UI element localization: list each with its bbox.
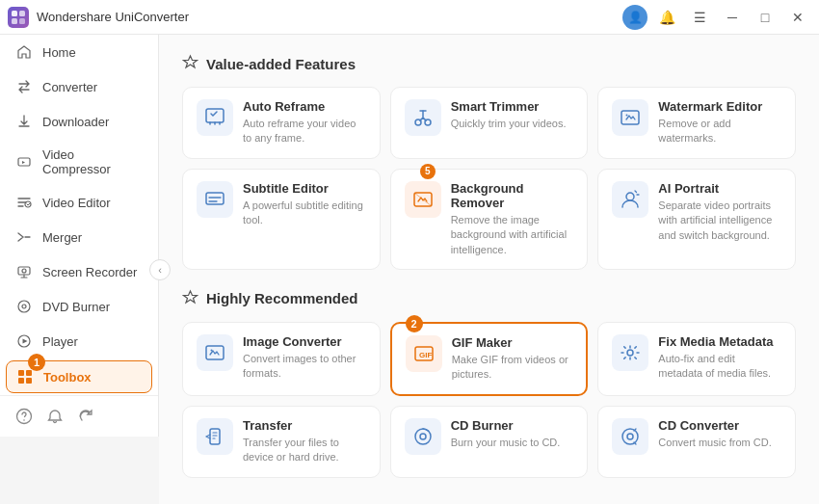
player-icon: [15, 332, 33, 350]
bell-icon[interactable]: [42, 404, 67, 429]
main-content: Value-added Features Auto Reframe Auto r…: [159, 35, 819, 504]
svg-rect-0: [12, 11, 17, 16]
svg-point-21: [626, 115, 628, 117]
value-added-grid: Auto Reframe Auto reframe your video to …: [182, 87, 796, 270]
svg-point-7: [22, 269, 26, 273]
titlebar: Wondershare UniConverter 👤 🔔 ☰ ─ □ ✕: [0, 0, 819, 35]
subtitle-editor-card[interactable]: Subtitle Editor A powerful subtitle edit…: [182, 169, 381, 270]
dvd-burner-icon: [15, 298, 33, 315]
sidebar-label-converter: Converter: [42, 80, 97, 94]
sidebar-label-player: Player: [42, 334, 78, 349]
help-icon[interactable]: [12, 404, 37, 429]
highly-recommended-section: Highly Recommended Image Converter Conve…: [182, 289, 796, 478]
sidebar-item-converter[interactable]: Converter: [0, 69, 158, 104]
close-button[interactable]: ✕: [784, 4, 811, 31]
toolbox-icon: [16, 368, 34, 385]
fix-media-metadata-card[interactable]: Fix Media Metadata Auto-fix and edit met…: [597, 322, 796, 396]
sidebar-item-downloader[interactable]: Downloader: [0, 104, 158, 139]
svg-point-35: [627, 434, 633, 439]
gif-maker-text: GIF Maker Make GIF from videos or pictur…: [452, 335, 573, 383]
titlebar-left: Wondershare UniConverter: [8, 7, 189, 28]
video-compressor-icon: [15, 153, 33, 171]
minimize-button[interactable]: ─: [719, 4, 746, 31]
svg-rect-12: [26, 370, 32, 376]
watermark-editor-card[interactable]: Watermark Editor Remove or add watermark…: [597, 87, 796, 159]
watermark-editor-icon: [612, 99, 648, 136]
svg-point-16: [23, 419, 25, 421]
value-added-icon: [182, 54, 198, 73]
background-remover-text: Background Remover Remove the image back…: [451, 181, 574, 257]
gif-maker-icon: GIF: [406, 335, 442, 372]
converter-icon: [15, 78, 33, 95]
fix-media-metadata-text: Fix Media Metadata Auto-fix and edit met…: [658, 334, 781, 382]
cd-burner-icon: [405, 418, 441, 455]
svg-point-15: [17, 410, 32, 424]
svg-point-33: [420, 434, 426, 439]
cd-converter-card[interactable]: CD Converter Convert music from CD.: [597, 406, 796, 478]
refresh-icon[interactable]: [73, 404, 98, 429]
svg-point-27: [211, 349, 213, 351]
maximize-button[interactable]: □: [752, 4, 779, 31]
sidebar-label-merger: Merger: [42, 230, 82, 245]
svg-rect-22: [206, 193, 224, 204]
background-remover-card[interactable]: 5 Background Remover Remove the image ba…: [390, 169, 589, 270]
sidebar-wrapper: Home Converter Downloader Video Compress…: [0, 35, 159, 504]
cd-burner-card[interactable]: CD Burner Burn your music to CD.: [390, 406, 589, 478]
svg-text:GIF: GIF: [419, 351, 432, 359]
sidebar-label-downloader: Downloader: [42, 115, 109, 129]
screen-recorder-icon: [15, 263, 33, 280]
sidebar: Home Converter Downloader Video Compress…: [0, 35, 159, 437]
smart-trimmer-text: Smart Trimmer Quickly trim your videos.: [451, 99, 574, 131]
transfer-card[interactable]: Transfer Transfer your files to device o…: [182, 406, 381, 478]
highly-recommended-grid: Image Converter Convert images to other …: [182, 322, 796, 478]
svg-rect-14: [26, 378, 32, 384]
svg-rect-2: [12, 18, 17, 24]
sidebar-item-toolbox[interactable]: Toolbox 1: [6, 360, 152, 393]
svg-point-5: [25, 201, 31, 207]
home-icon: [15, 43, 33, 61]
sidebar-label-toolbox: Toolbox: [43, 370, 92, 385]
sidebar-label-video-editor: Video Editor: [42, 196, 111, 210]
svg-point-8: [18, 301, 30, 312]
subtitle-editor-text: Subtitle Editor A powerful subtitle edit…: [243, 181, 366, 228]
svg-rect-11: [18, 370, 24, 376]
menu-icon[interactable]: ☰: [686, 4, 713, 31]
sidebar-item-dvd-burner[interactable]: DVD Burner: [0, 289, 158, 324]
auto-reframe-card[interactable]: Auto Reframe Auto reframe your video to …: [182, 87, 381, 159]
svg-rect-17: [206, 109, 224, 122]
cd-burner-text: CD Burner Burn your music to CD.: [451, 418, 574, 450]
transfer-text: Transfer Transfer your files to device o…: [243, 418, 366, 465]
svg-point-34: [622, 429, 638, 444]
smart-trimmer-card[interactable]: Smart Trimmer Quickly trim your videos.: [390, 87, 589, 159]
notification-icon[interactable]: 🔔: [653, 4, 680, 31]
image-converter-text: Image Converter Convert images to other …: [243, 334, 366, 382]
user-avatar[interactable]: 👤: [622, 5, 647, 30]
subtitle-editor-icon: [197, 181, 233, 218]
fix-media-metadata-icon: [612, 334, 648, 371]
image-converter-card[interactable]: Image Converter Convert images to other …: [182, 322, 381, 396]
sidebar-collapse-button[interactable]: ‹: [149, 259, 171, 280]
sidebar-item-home[interactable]: Home: [0, 35, 158, 69]
image-converter-icon: [197, 334, 233, 371]
svg-rect-13: [18, 378, 24, 384]
sidebar-item-player[interactable]: Player: [0, 324, 158, 358]
sidebar-item-video-compressor[interactable]: Video Compressor: [0, 139, 158, 185]
cd-converter-icon: [612, 418, 648, 455]
ai-portrait-text: AI Portrait Separate video portraits wit…: [658, 181, 781, 243]
background-remover-icon: [405, 181, 441, 218]
gif-maker-card[interactable]: 2 GIF GIF Maker Make GIF from videos or …: [390, 322, 589, 396]
svg-point-9: [22, 305, 26, 308]
transfer-icon: [197, 418, 233, 455]
auto-reframe-text: Auto Reframe Auto reframe your video to …: [243, 99, 366, 146]
sidebar-item-screen-recorder[interactable]: Screen Recorder: [0, 254, 158, 289]
sidebar-item-video-editor[interactable]: Video Editor: [0, 185, 158, 220]
sidebar-item-merger[interactable]: Merger: [0, 220, 158, 254]
cd-converter-text: CD Converter Convert music from CD.: [658, 418, 781, 450]
gif-maker-badge: 2: [406, 315, 423, 332]
main-layout: Home Converter Downloader Video Compress…: [0, 35, 819, 504]
downloader-icon: [15, 113, 33, 130]
svg-rect-3: [19, 18, 25, 24]
ai-portrait-card[interactable]: AI Portrait Separate video portraits wit…: [597, 169, 796, 270]
toolbox-badge: 1: [28, 354, 45, 371]
svg-rect-1: [19, 11, 25, 16]
